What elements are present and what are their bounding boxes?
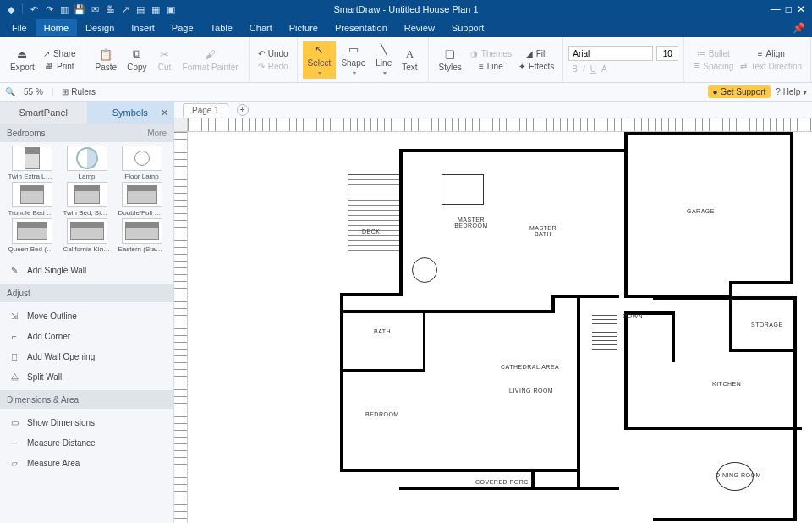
move-outline-button[interactable]: ⇲Move Outline <box>0 306 173 326</box>
themes-button[interactable]: ◑Themes <box>467 48 515 59</box>
doc-icon[interactable]: ▤ <box>134 3 146 15</box>
format-painter-button[interactable]: 🖌Format Painter <box>178 46 244 74</box>
new-icon[interactable]: ▥ <box>58 3 70 15</box>
menu-home[interactable]: Home <box>36 19 77 36</box>
text-button[interactable]: AText <box>397 46 422 74</box>
symbol-trundle-bed[interactable]: Trundle Bed (D... <box>5 182 58 217</box>
print-icon[interactable]: 🖶 <box>104 3 116 15</box>
underline-button[interactable]: U <box>590 64 596 74</box>
copy-button[interactable]: ⧉Copy <box>122 46 151 74</box>
menu-table[interactable]: Table <box>202 19 241 36</box>
effects-button[interactable]: ✦Effects <box>515 61 557 72</box>
symbol-eastern-king[interactable]: Eastern (Stand... <box>115 218 168 253</box>
line-button[interactable]: ╲Line <box>370 41 397 79</box>
minimize-button[interactable]: — <box>771 3 781 15</box>
menu-presentation[interactable]: Presentation <box>326 19 396 36</box>
ruler-vertical[interactable] <box>174 132 188 523</box>
italic-button[interactable]: I <box>583 64 585 74</box>
floor-plan[interactable]: DECK MASTER BEDROOM MASTER BATH GARAGE S… <box>255 132 797 521</box>
cut-button[interactable]: ✂Cut <box>152 46 178 74</box>
label-master-bedroom: MASTER BEDROOM <box>446 217 497 228</box>
maximize-button[interactable]: □ <box>786 3 792 15</box>
text-direction-button[interactable]: ⇄Text Direction <box>737 61 805 72</box>
ruler-icon: ─ <box>8 437 20 449</box>
bold-button[interactable]: B <box>572 64 578 74</box>
format-painter-icon: 🖌 <box>204 47 217 61</box>
label-bath: BATH <box>374 328 391 334</box>
zoom-icon[interactable]: 🔍 <box>5 87 15 96</box>
page-tab-1[interactable]: Page 1 <box>183 103 228 117</box>
effects-icon: ✦ <box>518 62 525 71</box>
section-bedrooms: Bedrooms More <box>0 124 173 142</box>
symbol-double-bed[interactable]: Double/Full Be... <box>115 182 168 217</box>
rulers-toggle[interactable]: ⊞ Rulers <box>62 87 96 96</box>
menu-chart[interactable]: Chart <box>241 19 281 36</box>
menu-file[interactable]: File <box>3 19 36 36</box>
close-icon[interactable]: ✕ <box>161 107 168 118</box>
menu-design[interactable]: Design <box>77 19 123 36</box>
menu-picture[interactable]: Picture <box>281 19 326 36</box>
menu-support[interactable]: Support <box>443 19 493 36</box>
undo-button[interactable]: ↶Undo <box>255 48 292 59</box>
section-adjust: Adjust <box>0 284 173 302</box>
label-deck: DECK <box>362 228 380 234</box>
font-name-input[interactable] <box>568 46 653 61</box>
mail-icon[interactable]: ✉ <box>89 3 101 15</box>
menu-review[interactable]: Review <box>396 19 443 36</box>
symbol-grid: Twin Extra Lon... Lamp Floor Lamp Trundl… <box>0 142 173 256</box>
symbol-twin-bed[interactable]: Twin Bed, Singl... <box>60 182 113 217</box>
symbol-queen-bed[interactable]: Queen Bed (80... <box>5 218 58 253</box>
redo-icon[interactable]: ↷ <box>43 3 55 15</box>
redo-button[interactable]: ↷Redo <box>255 61 292 72</box>
add-wall-opening-button[interactable]: ⎕Add Wall Opening <box>0 346 173 366</box>
tab-smartpanel[interactable]: SmartPanel <box>0 102 87 124</box>
line-style-button[interactable]: ≡Line <box>467 61 515 72</box>
align-button[interactable]: ≡Align <box>737 48 805 59</box>
get-support-button[interactable]: ● Get Support <box>708 85 771 98</box>
symbol-lamp[interactable]: Lamp <box>60 146 113 180</box>
add-corner-button[interactable]: ⌐Add Corner <box>0 326 173 346</box>
close-button[interactable]: ✕ <box>797 3 805 15</box>
drawing-canvas[interactable]: DECK MASTER BEDROOM MASTER BATH GARAGE S… <box>188 132 812 523</box>
section-dimensions: Dimensions & Area <box>0 390 173 409</box>
menu-page[interactable]: Page <box>163 19 202 36</box>
ruler-horizontal[interactable] <box>188 118 812 132</box>
doc3-icon[interactable]: ▣ <box>165 3 177 15</box>
print-button[interactable]: 🖶Print <box>40 61 80 72</box>
styles-button[interactable]: ❏Styles <box>434 46 467 74</box>
undo-icon[interactable]: ↶ <box>28 3 40 15</box>
bullet-icon: ≔ <box>697 49 705 58</box>
add-single-wall-button[interactable]: ✎Add Single Wall <box>0 260 173 280</box>
pin-icon[interactable]: 📌 <box>793 22 805 34</box>
font-color-button[interactable]: A <box>601 64 607 74</box>
bullet-button[interactable]: ≔Bullet <box>689 48 737 59</box>
spacing-button[interactable]: ≣Spacing <box>689 61 737 72</box>
symbol-floor-lamp[interactable]: Floor Lamp <box>115 146 168 180</box>
add-page-button[interactable]: + <box>237 104 249 116</box>
copy-icon: ⧉ <box>130 47 144 61</box>
help-button[interactable]: ? Help ▾ <box>776 87 807 96</box>
export-button[interactable]: ⏏Export <box>5 46 40 74</box>
measure-distance-button[interactable]: ─Measure Distance <box>0 432 173 453</box>
shape-button[interactable]: ▭Shape <box>336 41 370 79</box>
paste-button[interactable]: 📋Paste <box>91 46 123 74</box>
more-button[interactable]: More <box>147 129 167 138</box>
app-icon[interactable]: ◆ <box>5 3 17 15</box>
dimensions-icon: ▭ <box>8 416 20 428</box>
text-direction-icon: ⇄ <box>740 62 747 71</box>
select-button[interactable]: ↖Select <box>303 41 337 79</box>
share-button[interactable]: ↗Share <box>40 48 80 59</box>
show-dimensions-button[interactable]: ▭Show Dimensions <box>0 412 173 432</box>
fill-button[interactable]: ◢Fill <box>515 48 557 59</box>
doc2-icon[interactable]: ▦ <box>150 3 162 15</box>
tab-symbols[interactable]: Symbols✕ <box>87 102 174 124</box>
split-wall-button[interactable]: ⧋Split Wall <box>0 366 173 387</box>
symbol-california-king[interactable]: California King... <box>60 218 113 253</box>
measure-area-button[interactable]: ▱Measure Area <box>0 453 173 473</box>
export-icon[interactable]: ↗ <box>119 3 131 15</box>
font-size-input[interactable] <box>656 46 678 61</box>
symbol-twin-extra-long[interactable]: Twin Extra Lon... <box>5 146 58 180</box>
menu-insert[interactable]: Insert <box>123 19 163 36</box>
zoom-level[interactable]: 55 % <box>24 87 43 96</box>
save-icon[interactable]: 💾 <box>74 3 85 15</box>
